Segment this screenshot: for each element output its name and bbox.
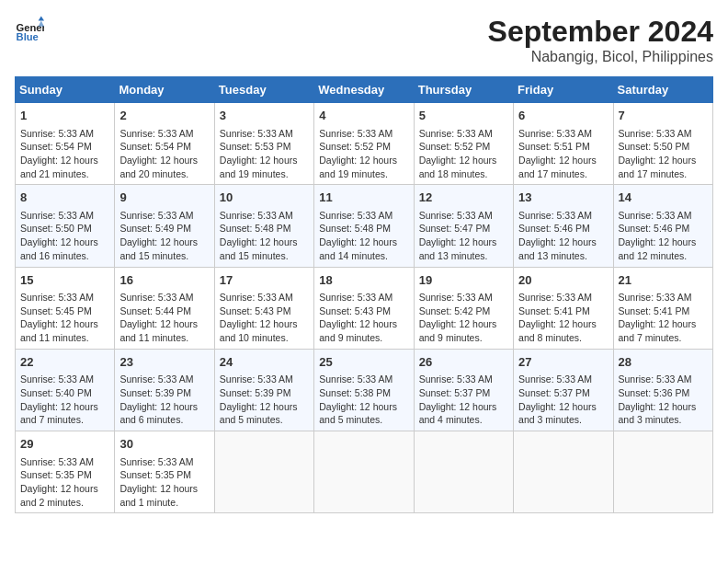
day-info: and 6 minutes. xyxy=(119,413,209,427)
calendar-cell: 21Sunrise: 5:33 AMSunset: 5:41 PMDayligh… xyxy=(613,267,712,349)
day-info: Sunrise: 5:33 AM xyxy=(319,291,408,304)
day-info: Daylight: 12 hours xyxy=(119,400,209,414)
day-number: 27 xyxy=(518,353,608,372)
weekday-header-cell: Wednesday xyxy=(314,77,414,103)
day-info: Sunrise: 5:33 AM xyxy=(20,455,109,469)
weekday-header-cell: Tuesday xyxy=(214,77,313,103)
day-info: Sunrise: 5:33 AM xyxy=(518,291,608,304)
day-info: Sunset: 5:49 PM xyxy=(119,222,209,236)
day-number: 16 xyxy=(119,271,209,290)
day-info: Daylight: 12 hours xyxy=(419,317,508,331)
day-info: Sunset: 5:52 PM xyxy=(319,140,408,154)
day-info: and 7 minutes. xyxy=(20,413,109,427)
calendar-week-row: 29Sunrise: 5:33 AMSunset: 5:35 PMDayligh… xyxy=(16,431,713,513)
weekday-header-cell: Friday xyxy=(514,77,613,103)
day-info: Sunset: 5:46 PM xyxy=(518,222,608,236)
day-number: 25 xyxy=(319,353,408,372)
day-number: 14 xyxy=(619,189,708,207)
day-info: Daylight: 12 hours xyxy=(20,400,109,414)
day-info: and 15 minutes. xyxy=(220,249,309,263)
calendar-cell: 6Sunrise: 5:33 AMSunset: 5:51 PMDaylight… xyxy=(514,103,613,185)
day-info: Sunset: 5:35 PM xyxy=(119,468,209,482)
day-info: Sunset: 5:48 PM xyxy=(220,222,309,236)
day-info: Sunset: 5:47 PM xyxy=(419,222,508,236)
day-info: Sunset: 5:38 PM xyxy=(319,386,408,400)
weekday-header-cell: Monday xyxy=(115,77,214,103)
title-area: September 2024 Nabangig, Bicol, Philippi… xyxy=(488,15,713,65)
day-info: Sunset: 5:39 PM xyxy=(220,386,309,400)
day-info: Sunrise: 5:33 AM xyxy=(419,127,508,141)
day-number: 20 xyxy=(518,271,608,290)
day-info: Sunset: 5:37 PM xyxy=(419,386,508,400)
calendar-cell: 26Sunrise: 5:33 AMSunset: 5:37 PMDayligh… xyxy=(414,349,513,431)
day-info: and 10 minutes. xyxy=(220,331,309,345)
svg-marker-2 xyxy=(39,17,44,21)
day-info: Sunset: 5:42 PM xyxy=(419,304,508,318)
day-info: Sunrise: 5:33 AM xyxy=(220,209,309,223)
calendar-cell: 29Sunrise: 5:33 AMSunset: 5:35 PMDayligh… xyxy=(16,431,115,513)
day-info: and 13 minutes. xyxy=(518,249,608,263)
day-info: and 11 minutes. xyxy=(119,331,209,345)
day-info: and 21 minutes. xyxy=(20,167,109,181)
calendar-cell: 22Sunrise: 5:33 AMSunset: 5:40 PMDayligh… xyxy=(16,349,115,431)
calendar-week-row: 15Sunrise: 5:33 AMSunset: 5:45 PMDayligh… xyxy=(16,267,713,349)
day-number: 2 xyxy=(119,107,209,125)
calendar-table: SundayMondayTuesdayWednesdayThursdayFrid… xyxy=(15,76,713,513)
calendar-cell: 24Sunrise: 5:33 AMSunset: 5:39 PMDayligh… xyxy=(214,349,313,431)
calendar-cell: 16Sunrise: 5:33 AMSunset: 5:44 PMDayligh… xyxy=(115,267,214,349)
calendar-body: 1Sunrise: 5:33 AMSunset: 5:54 PMDaylight… xyxy=(16,103,713,513)
calendar-cell: 25Sunrise: 5:33 AMSunset: 5:38 PMDayligh… xyxy=(314,349,414,431)
day-number: 30 xyxy=(119,435,209,454)
day-info: and 14 minutes. xyxy=(319,249,408,263)
day-info: and 17 minutes. xyxy=(518,167,608,181)
day-info: Sunset: 5:39 PM xyxy=(119,386,209,400)
day-info: Sunset: 5:41 PM xyxy=(518,304,608,318)
weekday-header-cell: Sunday xyxy=(16,77,115,103)
page-header: General Blue September 2024 Nabangig, Bi… xyxy=(15,15,713,65)
day-info: Sunset: 5:54 PM xyxy=(119,140,209,154)
day-info: Sunrise: 5:33 AM xyxy=(619,291,708,304)
day-info: and 11 minutes. xyxy=(20,331,109,345)
day-number: 9 xyxy=(119,189,209,207)
day-info: Daylight: 12 hours xyxy=(518,317,608,331)
day-info: Sunrise: 5:33 AM xyxy=(20,291,109,304)
calendar-cell: 8Sunrise: 5:33 AMSunset: 5:50 PMDaylight… xyxy=(16,185,115,267)
day-info: Daylight: 12 hours xyxy=(419,236,508,249)
day-info: Daylight: 12 hours xyxy=(220,400,309,414)
day-info: Sunset: 5:45 PM xyxy=(20,304,109,318)
day-number: 17 xyxy=(220,271,309,290)
calendar-cell xyxy=(314,431,414,513)
day-info: Sunset: 5:43 PM xyxy=(319,304,408,318)
calendar-week-row: 22Sunrise: 5:33 AMSunset: 5:40 PMDayligh… xyxy=(16,349,713,431)
day-info: Daylight: 12 hours xyxy=(319,400,408,414)
day-info: Sunrise: 5:33 AM xyxy=(220,373,309,386)
calendar-cell: 14Sunrise: 5:33 AMSunset: 5:46 PMDayligh… xyxy=(613,185,712,267)
day-info: Sunrise: 5:33 AM xyxy=(119,209,209,223)
calendar-cell: 3Sunrise: 5:33 AMSunset: 5:53 PMDaylight… xyxy=(214,103,313,185)
day-info: Sunset: 5:43 PM xyxy=(220,304,309,318)
day-info: Sunrise: 5:33 AM xyxy=(518,373,608,386)
weekday-header-cell: Saturday xyxy=(613,77,712,103)
day-info: Daylight: 12 hours xyxy=(619,154,708,167)
day-info: and 9 minutes. xyxy=(419,331,508,345)
day-info: Sunrise: 5:33 AM xyxy=(119,455,209,469)
day-info: and 8 minutes. xyxy=(518,331,608,345)
calendar-cell: 5Sunrise: 5:33 AMSunset: 5:52 PMDaylight… xyxy=(414,103,513,185)
day-info: Sunset: 5:52 PM xyxy=(419,140,508,154)
day-info: Sunset: 5:54 PM xyxy=(20,140,109,154)
day-info: Daylight: 12 hours xyxy=(20,236,109,249)
calendar-cell: 23Sunrise: 5:33 AMSunset: 5:39 PMDayligh… xyxy=(115,349,214,431)
day-info: and 15 minutes. xyxy=(119,249,209,263)
day-info: Sunset: 5:46 PM xyxy=(619,222,708,236)
calendar-cell: 9Sunrise: 5:33 AMSunset: 5:49 PMDaylight… xyxy=(115,185,214,267)
day-number: 7 xyxy=(619,107,708,125)
day-info: Daylight: 12 hours xyxy=(220,154,309,167)
day-info: Sunrise: 5:33 AM xyxy=(419,373,508,386)
day-info: Daylight: 12 hours xyxy=(20,317,109,331)
day-info: and 16 minutes. xyxy=(20,249,109,263)
calendar-cell xyxy=(214,431,313,513)
day-info: and 3 minutes. xyxy=(518,413,608,427)
day-info: Daylight: 12 hours xyxy=(220,317,309,331)
day-info: Daylight: 12 hours xyxy=(220,236,309,249)
weekday-header-row: SundayMondayTuesdayWednesdayThursdayFrid… xyxy=(16,77,713,103)
